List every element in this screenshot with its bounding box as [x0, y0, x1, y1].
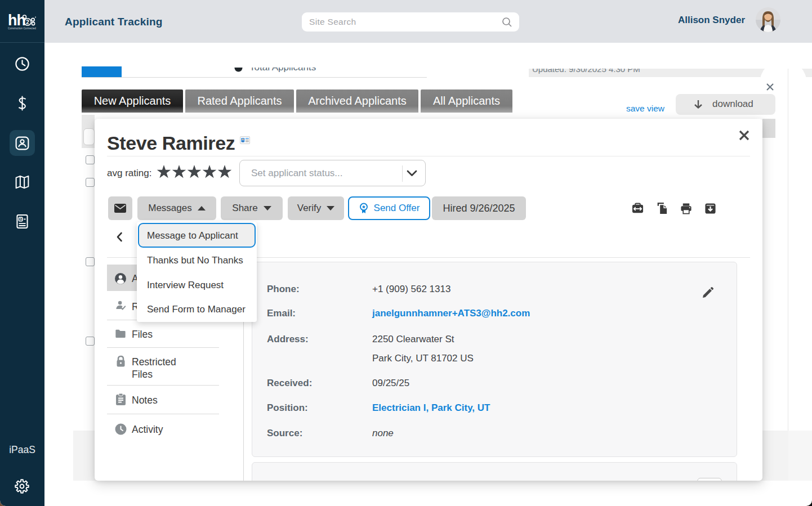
svg-text:2: 2: [26, 19, 29, 25]
svg-text:$: $: [20, 217, 22, 221]
